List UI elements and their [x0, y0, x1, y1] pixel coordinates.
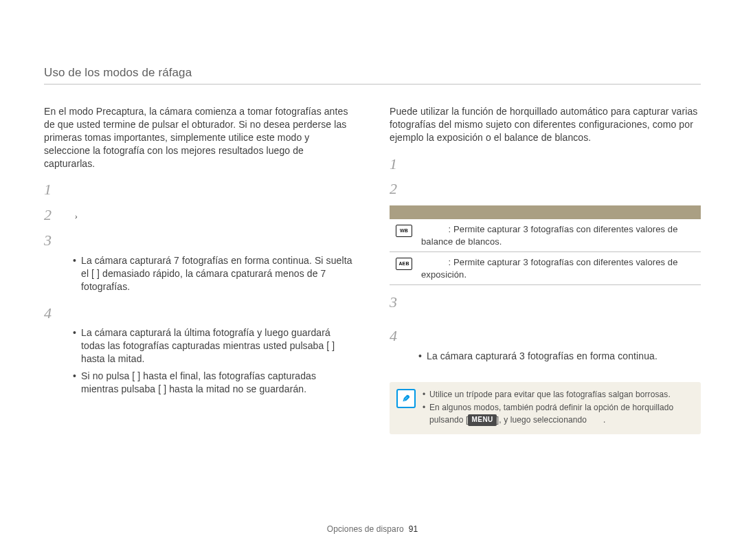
table-cell: xxxxxx: Permite capturar 3 fotografías c… [417, 252, 701, 285]
list-item: Utilice un trípode para evitar que las f… [423, 389, 691, 401]
wb-bracket-icon [396, 225, 412, 237]
step-4-bullets: La cámara capturará la última fotografía… [73, 326, 355, 395]
list-item: En algunos modos, también podrá definir … [423, 402, 691, 426]
note-box: Utilice un trípode para evitar que las f… [390, 382, 701, 434]
step-1-r: 1 [390, 154, 701, 175]
step-3: 3 [44, 230, 355, 251]
list-item: La cámara capturará la última fotografía… [73, 326, 355, 366]
right-column: Puede utilizar la función de horquillado… [390, 105, 701, 434]
step-4-r-bullets: La cámara capturará 3 fotografías en for… [418, 350, 701, 363]
list-item: La cámara capturará 3 fotografías en for… [418, 350, 701, 363]
list-item: Si no pulsa [ ] hasta el final, las foto… [73, 370, 355, 396]
note-icon [396, 389, 416, 408]
table-row: xxxxxx: Permite capturar 3 fotografías c… [390, 252, 701, 285]
step-3-r: 3 [390, 292, 701, 313]
step-4-r: 4 [390, 326, 701, 347]
table-header-icon [390, 205, 417, 219]
footer-section: Opciones de disparo [327, 524, 404, 534]
page-title: Uso de los modos de ráfaga [44, 66, 701, 85]
step-4: 4 [44, 303, 355, 324]
options-table: xxxxxx: Permite capturar 3 fotografías c… [390, 205, 701, 285]
step-2: 2 › [44, 205, 355, 226]
manual-page: Uso de los modos de ráfaga En el modo Pr… [44, 66, 701, 560]
step-2-r: 2 [390, 179, 701, 200]
table-row: xxxxxx: Permite capturar 3 fotografías c… [390, 219, 701, 252]
right-intro: Puede utilizar la función de horquillado… [390, 105, 701, 144]
note-list: Utilice un trípode para evitar que las f… [423, 389, 691, 426]
page-footer: Opciones de disparo 91 [44, 524, 701, 534]
table-cell: xxxxxx: Permite capturar 3 fotografías c… [417, 219, 701, 252]
left-intro: En el modo Precaptura, la cámara comienz… [44, 105, 355, 170]
table-header-desc [417, 205, 701, 219]
left-column: En el modo Precaptura, la cámara comienz… [44, 105, 355, 434]
page-number: 91 [409, 524, 418, 534]
menu-button-label: MENU [468, 414, 496, 426]
list-item: La cámara capturará 7 fotografías en for… [73, 254, 355, 293]
step-3-bullets: La cámara capturará 7 fotografías en for… [73, 254, 355, 293]
chevron-right-icon: › [75, 212, 78, 221]
ae-bracket-icon [396, 258, 412, 270]
step-1: 1 [44, 179, 355, 201]
two-column-layout: En el modo Precaptura, la cámara comienz… [44, 105, 701, 434]
